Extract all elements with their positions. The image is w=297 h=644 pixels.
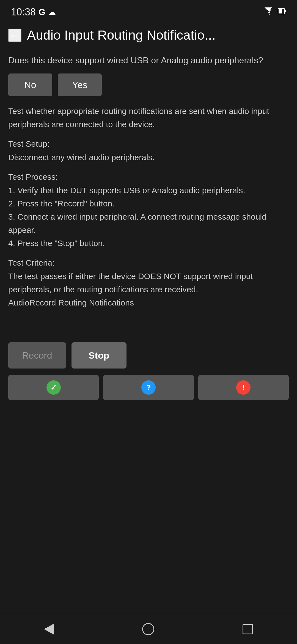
status-left-icons: 10:38 G ☁ <box>11 6 56 18</box>
description-text: Test whether appropriate routing notific… <box>8 105 289 131</box>
nav-recents-button[interactable] <box>240 621 256 637</box>
action-buttons-row: Record Stop <box>8 342 289 369</box>
status-time: 10:38 <box>11 6 36 18</box>
status-bar: 10:38 G ☁ <box>0 0 297 22</box>
svg-rect-1 <box>279 9 282 13</box>
setup-content: Disconnect any wired audio peripherals. <box>8 151 289 164</box>
nav-home-button[interactable] <box>139 620 157 638</box>
question-text: Does this device support wired USB or An… <box>8 54 289 67</box>
back-triangle-icon <box>44 624 54 635</box>
page-title: Audio Input Routing Notificatio... <box>27 28 289 43</box>
yes-button[interactable]: Yes <box>58 73 102 96</box>
info-button[interactable]: ? <box>103 375 194 400</box>
battery-icon <box>278 7 286 17</box>
google-icon: G <box>38 7 45 17</box>
home-circle-icon <box>142 623 154 635</box>
nav-back-button[interactable] <box>41 621 57 637</box>
record-button[interactable]: Record <box>8 342 66 369</box>
content-area: Does this device support wired USB or An… <box>0 48 297 323</box>
criteria-label: Test Criteria: <box>8 258 289 268</box>
choice-buttons: No Yes <box>8 73 289 96</box>
no-button[interactable]: No <box>8 73 52 96</box>
wifi-icon <box>265 7 274 17</box>
fail-button[interactable]: ! <box>198 375 289 400</box>
process-section: Test Process: 1. Verify that the DUT sup… <box>8 172 289 250</box>
action-area: Record Stop ✓ ? ! <box>0 334 297 405</box>
setup-section: Test Setup: Disconnect any wired audio p… <box>8 139 289 164</box>
status-right-icons <box>265 7 286 17</box>
result-buttons-row: ✓ ? ! <box>8 375 289 400</box>
stop-button[interactable]: Stop <box>72 342 127 369</box>
header: ← Audio Input Routing Notificatio... <box>0 22 297 48</box>
process-content: 1. Verify that the DUT supports USB or A… <box>8 184 289 250</box>
svg-rect-2 <box>285 10 286 12</box>
recents-square-icon <box>243 624 253 634</box>
pass-button[interactable]: ✓ <box>8 375 99 400</box>
criteria-section: Test Criteria: The test passes if either… <box>8 258 289 309</box>
fail-icon: ! <box>236 380 251 395</box>
info-icon: ? <box>141 380 156 395</box>
setup-label: Test Setup: <box>8 139 289 149</box>
criteria-content: The test passes if either the device DOE… <box>8 270 289 309</box>
back-button[interactable]: ← <box>8 29 21 42</box>
cloud-icon: ☁ <box>48 8 56 17</box>
process-label: Test Process: <box>8 172 289 182</box>
pass-icon: ✓ <box>46 380 61 395</box>
nav-bar <box>0 614 297 644</box>
